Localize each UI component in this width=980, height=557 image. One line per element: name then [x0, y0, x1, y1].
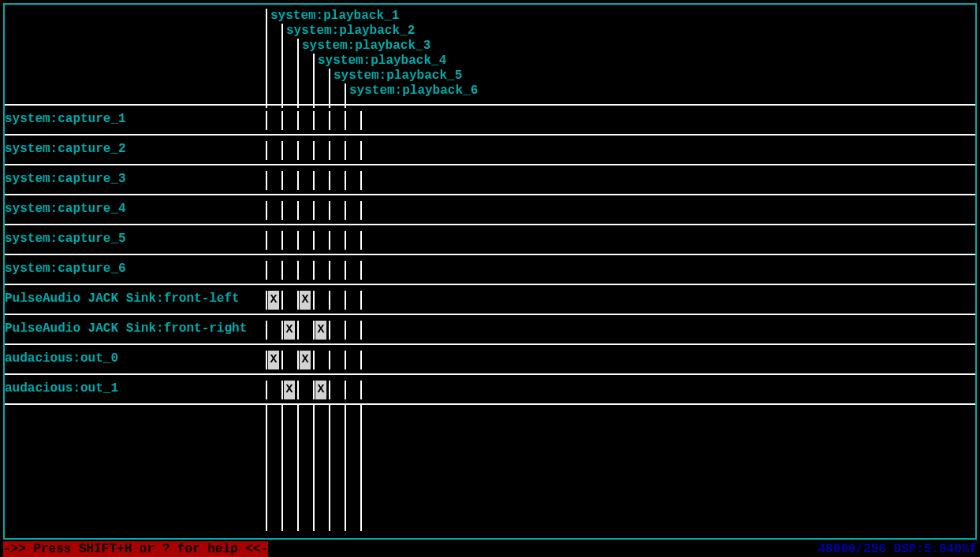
- row-label[interactable]: system:capture_4: [5, 202, 126, 216]
- cell-divider: [313, 231, 315, 250]
- tail-column-bar: [297, 405, 299, 531]
- cell-divider: [313, 111, 315, 130]
- row-label[interactable]: system:capture_5: [5, 232, 126, 246]
- cell-divider: [297, 351, 299, 369]
- cell-divider: [266, 321, 267, 340]
- row-label[interactable]: system:capture_3: [5, 172, 126, 186]
- cell-divider: [281, 231, 283, 250]
- cell-divider: [313, 381, 315, 399]
- connection-x[interactable]: X: [315, 321, 326, 340]
- column-divider-1: [281, 24, 283, 108]
- cell-divider: [360, 231, 362, 250]
- cell-divider: [281, 291, 283, 310]
- cell-divider: [329, 291, 330, 310]
- cell-divider: [345, 141, 346, 160]
- cell-divider: [360, 111, 362, 130]
- connection-x[interactable]: X: [315, 381, 326, 399]
- cell-divider: [329, 321, 330, 340]
- cell-divider: [360, 261, 362, 280]
- cell-divider: [266, 291, 267, 310]
- column-label-0[interactable]: system:playback_1: [270, 9, 399, 23]
- cell-divider: [297, 261, 299, 280]
- matrix-rows: system:capture_1system:capture_2system:c…: [5, 106, 975, 405]
- tail-column-bar: [313, 405, 315, 531]
- cell-divider: [266, 351, 267, 369]
- output-row[interactable]: audacious:out_0XX: [5, 345, 975, 375]
- cell-divider: [329, 171, 330, 190]
- cell-divider: [313, 171, 315, 190]
- column-label-2[interactable]: system:playback_3: [302, 39, 430, 53]
- column-label-3[interactable]: system:playback_4: [318, 54, 446, 68]
- cell-divider: [313, 321, 315, 340]
- cell-divider: [329, 231, 330, 250]
- output-row[interactable]: PulseAudio JACK Sink:front-leftXX: [5, 285, 975, 315]
- cell-divider: [345, 201, 346, 220]
- output-row[interactable]: system:capture_1: [5, 106, 975, 136]
- row-label[interactable]: system:capture_1: [5, 112, 126, 126]
- connection-x[interactable]: X: [268, 291, 279, 310]
- row-label[interactable]: audacious:out_1: [5, 381, 118, 395]
- cell-divider: [345, 111, 346, 130]
- cell-divider: [281, 171, 283, 190]
- cell-divider: [266, 381, 267, 399]
- cell-divider: [345, 171, 346, 190]
- cell-divider: [281, 321, 283, 340]
- cell-divider: [281, 201, 283, 220]
- cell-divider: [329, 111, 330, 130]
- column-divider-0: [266, 9, 267, 108]
- cell-divider: [345, 321, 346, 340]
- connection-x[interactable]: X: [300, 291, 311, 310]
- connection-x[interactable]: X: [268, 351, 279, 369]
- tail-column-bar: [329, 405, 330, 531]
- row-label[interactable]: system:capture_6: [5, 262, 126, 276]
- cell-divider: [360, 351, 362, 369]
- cell-divider: [360, 171, 362, 190]
- tail-column-bar: [360, 405, 362, 531]
- column-headers: system:playback_1system:playback_2system…: [5, 9, 975, 103]
- connection-x[interactable]: X: [300, 351, 311, 369]
- cell-divider: [297, 291, 299, 310]
- output-row[interactable]: system:capture_2: [5, 136, 975, 165]
- row-label[interactable]: PulseAudio JACK Sink:front-right: [5, 321, 247, 336]
- output-row[interactable]: system:capture_4: [5, 195, 975, 225]
- cell-divider: [345, 351, 346, 369]
- column-divider-3: [313, 54, 315, 108]
- cell-divider: [266, 141, 267, 160]
- row-label[interactable]: system:capture_2: [5, 142, 126, 156]
- connection-x[interactable]: X: [284, 321, 295, 340]
- cell-divider: [313, 291, 315, 310]
- output-row[interactable]: audacious:out_1XX: [5, 375, 975, 405]
- row-label[interactable]: audacious:out_0: [5, 351, 118, 366]
- column-divider-2: [297, 39, 299, 108]
- cell-divider: [297, 321, 299, 340]
- cell-divider: [281, 381, 283, 399]
- row-label[interactable]: PulseAudio JACK Sink:front-left: [5, 291, 240, 306]
- output-row[interactable]: system:capture_6: [5, 255, 975, 285]
- cell-divider: [360, 321, 362, 340]
- column-label-4[interactable]: system:playback_5: [333, 69, 462, 83]
- cell-divider: [313, 351, 315, 369]
- connection-x[interactable]: X: [284, 381, 295, 399]
- cell-divider: [281, 351, 283, 369]
- cell-divider: [360, 381, 362, 399]
- cell-divider: [329, 141, 330, 160]
- cell-divider: [313, 141, 315, 160]
- cell-divider: [345, 291, 346, 310]
- cell-divider: [266, 201, 267, 220]
- cell-divider: [266, 111, 267, 130]
- cell-divider: [281, 111, 283, 130]
- cell-divider: [345, 381, 346, 399]
- output-row[interactable]: system:capture_3: [5, 165, 975, 195]
- column-label-5[interactable]: system:playback_6: [349, 84, 478, 98]
- output-row[interactable]: PulseAudio JACK Sink:front-rightXX: [5, 315, 975, 345]
- column-label-1[interactable]: system:playback_2: [286, 24, 415, 38]
- cell-divider: [313, 201, 315, 220]
- cell-divider: [297, 111, 299, 130]
- cell-divider: [313, 261, 315, 280]
- column-divider-4: [329, 69, 330, 108]
- status-bar: ->> Press SHIFT+H or ? for help <<- 4800…: [3, 541, 977, 557]
- cell-divider: [297, 231, 299, 250]
- dsp-stats: 48000/256 DSP:5.040%f: [818, 542, 977, 556]
- output-row[interactable]: system:capture_5: [5, 225, 975, 255]
- cell-divider: [281, 141, 283, 160]
